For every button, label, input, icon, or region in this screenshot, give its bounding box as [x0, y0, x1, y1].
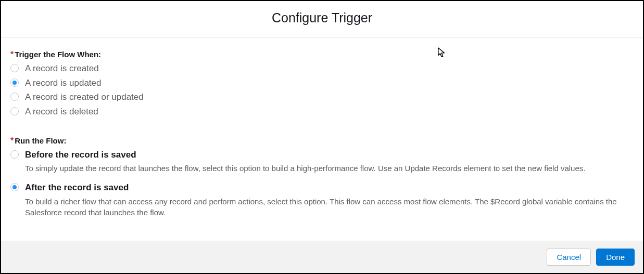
configure-trigger-modal: Configure Trigger *Trigger the Flow When… [0, 0, 644, 274]
radio-icon[interactable] [10, 93, 19, 101]
run-option-after-save[interactable]: After the record is saved [10, 181, 634, 194]
run-flow-label: Run the Flow: [15, 136, 66, 145]
trigger-option-created[interactable]: A record is created [10, 62, 634, 75]
run-option-label: After the record is saved [25, 181, 129, 194]
trigger-option-created-or-updated[interactable]: A record is created or updated [10, 91, 634, 104]
trigger-when-label-row: *Trigger the Flow When: [10, 50, 634, 59]
trigger-option-label: A record is deleted [25, 106, 98, 119]
trigger-option-updated[interactable]: A record is updated [10, 77, 634, 90]
run-option-before-save[interactable]: Before the record is saved [10, 149, 634, 162]
modal-body: *Trigger the Flow When: A record is crea… [1, 37, 643, 241]
modal-header: Configure Trigger [1, 1, 643, 37]
run-flow-label-row: *Run the Flow: [10, 136, 634, 146]
trigger-when-label: Trigger the Flow When: [15, 50, 101, 59]
required-asterisk: * [10, 136, 14, 145]
modal-footer: Cancel Done [1, 241, 643, 273]
run-option-label: Before the record is saved [25, 149, 136, 162]
run-option-desc: To simply update the record that launche… [25, 163, 634, 174]
radio-icon[interactable] [10, 79, 19, 87]
radio-icon[interactable] [10, 64, 19, 72]
cancel-button[interactable]: Cancel [547, 249, 591, 266]
run-flow-section: *Run the Flow: Before the record is save… [10, 136, 634, 219]
modal-title: Configure Trigger [1, 10, 643, 25]
trigger-option-label: A record is updated [25, 77, 101, 90]
trigger-option-label: A record is created or updated [25, 91, 144, 104]
trigger-option-label: A record is created [25, 62, 99, 75]
radio-icon[interactable] [10, 150, 19, 159]
required-asterisk: * [10, 50, 14, 59]
done-button[interactable]: Done [596, 249, 635, 266]
radio-icon[interactable] [10, 107, 19, 115]
run-option-desc: To build a richer flow that can access a… [25, 196, 634, 219]
trigger-option-deleted[interactable]: A record is deleted [10, 106, 634, 119]
radio-icon[interactable] [10, 183, 19, 191]
